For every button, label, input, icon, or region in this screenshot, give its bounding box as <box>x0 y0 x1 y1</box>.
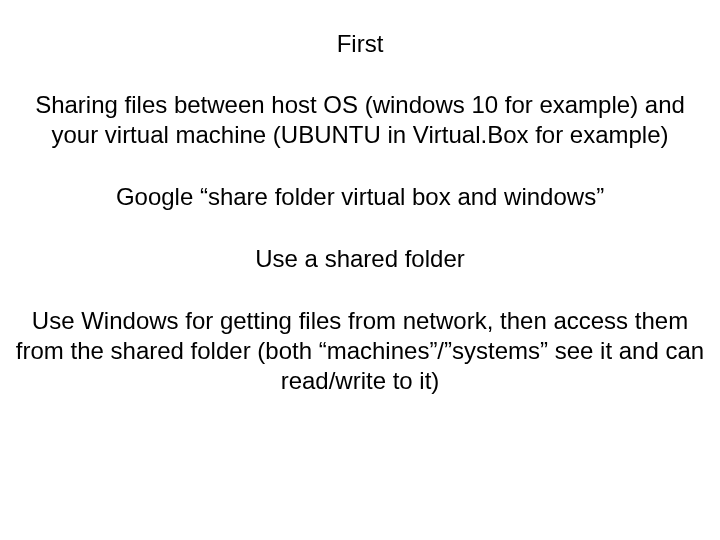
slide-paragraph: Google “share folder virtual box and win… <box>10 182 710 212</box>
slide-paragraph: Use Windows for getting files from netwo… <box>10 306 710 396</box>
slide-title: First <box>10 30 710 58</box>
slide: First Sharing files between host OS (win… <box>10 30 710 520</box>
slide-paragraph: Sharing files between host OS (windows 1… <box>10 90 710 150</box>
slide-paragraph: Use a shared folder <box>10 244 710 274</box>
